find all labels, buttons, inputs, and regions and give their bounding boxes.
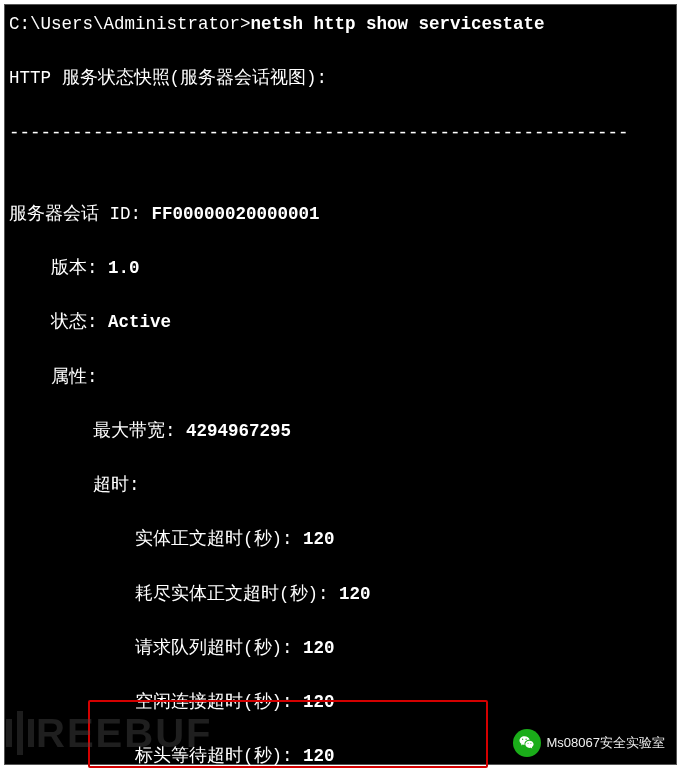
header-wait-label: 标头等待超时(秒): xyxy=(135,746,293,766)
attr-label: 属性: xyxy=(51,367,98,387)
drain-entity-value: 120 xyxy=(339,584,371,604)
session-id-value: FF00000020000001 xyxy=(152,204,320,224)
version-label: 版本: xyxy=(51,258,98,278)
terminal-window: C:\Users\Administrator>netsh http show s… xyxy=(4,4,677,765)
terminal-output: C:\Users\Administrator>netsh http show s… xyxy=(5,5,676,773)
idle-conn-value: 120 xyxy=(303,692,335,712)
bandwidth-label: 最大带宽: xyxy=(93,421,176,441)
timeout-label: 超时: xyxy=(93,475,140,495)
request-queue-timeout-label: 请求队列超时(秒): xyxy=(135,638,293,658)
entity-body-label: 实体正文超时(秒): xyxy=(135,529,293,549)
version-value: 1.0 xyxy=(108,258,140,278)
state-label: 状态: xyxy=(51,312,98,332)
header-wait-value: 120 xyxy=(303,746,335,766)
idle-conn-label: 空闲连接超时(秒): xyxy=(135,692,293,712)
header-line: HTTP 服务状态快照(服务器会话视图): xyxy=(9,65,672,92)
bandwidth-value: 4294967295 xyxy=(186,421,291,441)
separator: ----------------------------------------… xyxy=(9,120,672,147)
request-queue-timeout-value: 120 xyxy=(303,638,335,658)
drain-entity-label: 耗尽实体正文超时(秒): xyxy=(135,584,329,604)
session-id-label: 服务器会话 ID: xyxy=(9,204,141,224)
prompt-path: C:\Users\Administrator> xyxy=(9,14,251,34)
typed-command: netsh http show servicestate xyxy=(251,14,545,34)
state-value: Active xyxy=(108,312,171,332)
entity-body-value: 120 xyxy=(303,529,335,549)
